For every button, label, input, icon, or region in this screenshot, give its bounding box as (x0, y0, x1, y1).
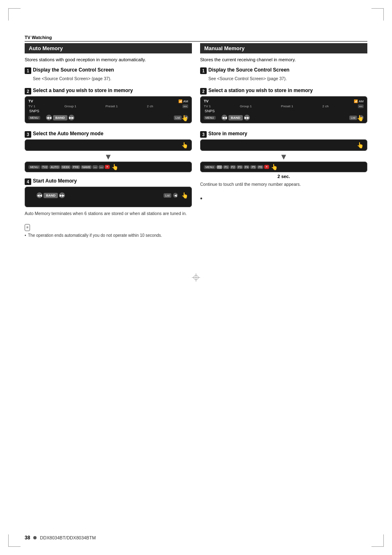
manual-step2: 2 Select a station you wish to store in … (200, 88, 367, 127)
manual-band-btn[interactable]: BAND (228, 115, 243, 120)
auto-step2-device: TV 📶 AM TV 1 Group 1 Preset 1 2 ch ••• S… (25, 96, 192, 123)
touch-hand-icon: 👆 (181, 115, 188, 121)
auto-step3-device-top: 👆 (25, 139, 192, 151)
manual-device-tv-label: TV (204, 99, 209, 103)
page-number: 38 (25, 535, 30, 541)
seek-btn[interactable]: SEEK (61, 165, 71, 169)
note-icon: ≡ (25, 224, 30, 231)
menu-btn-2[interactable]: MENU (28, 165, 40, 169)
manual-prev-btn[interactable]: ◀◀ (221, 115, 227, 120)
auto-step3-title: 3 Select the Auto Memory mode (25, 131, 192, 138)
crop-mark-tr (371, 8, 384, 21)
preset-p3[interactable]: P3 (237, 165, 243, 169)
auto-step1-title: 1 Display the Source Control Screen (25, 67, 192, 74)
arrow-down-1: ▼ (25, 153, 192, 161)
device-snps: SNPS (29, 109, 188, 113)
crop-mark-br (371, 534, 384, 547)
header-title: TV Watching (25, 35, 52, 40)
preset-p1[interactable]: P1 (223, 165, 229, 169)
auto-step3-hand2: 👆 (111, 164, 118, 170)
manual-touch-hand-icon: 👆 (357, 115, 364, 121)
step4-hand: 👆 (181, 192, 188, 199)
manual-menu-button[interactable]: MENU (204, 116, 216, 120)
preset-p6[interactable]: P6 (257, 165, 263, 169)
manual-step1-sub: See <Source Control Screen> (page 37). (208, 76, 367, 82)
next-btn[interactable]: ▶▶ (69, 115, 74, 120)
manual-step3-device-top: 👆 (200, 139, 367, 151)
auto-step4-device: ◀◀ BAND ▶▶ List ◀ 👆 (25, 187, 192, 207)
auto-memory-column: Auto Memory Stores stations with good re… (25, 43, 192, 522)
dash1-btn[interactable]: — (92, 165, 98, 169)
manual-step3-hand2: 👆 (271, 164, 278, 170)
auto-step4-title: 4 Start Auto Memory (25, 178, 192, 185)
device-icons: 📶 AM (178, 99, 188, 103)
manual-step3-device-bottom: MENU P2 P1 P2 P3 P4 P5 P6 ✕ 👆 (200, 162, 367, 172)
arrow-down-2: ▼ (200, 153, 367, 161)
manual-step2-device: TV 📶 AM TV 1 Group 1 Preset 1 2 ch ••• S… (200, 96, 367, 123)
note-bullet: The operation ends automatically if you … (28, 233, 192, 238)
auto-step1: 1 Display the Source Control Screen See … (25, 67, 192, 83)
footer-model: DDX8034BT/DDX8034BTM (40, 535, 96, 540)
preset-p5[interactable]: P5 (250, 165, 256, 169)
device-info-row: TV 1 Group 1 Preset 1 2 ch ••• (28, 104, 188, 108)
manual-step1-num: 1 (200, 67, 207, 74)
crop-mark-bl (8, 534, 21, 547)
device-tv-label: TV (28, 99, 33, 103)
pre-btn[interactable]: PRE (71, 165, 80, 169)
manual-step3-num: 3 (200, 131, 207, 138)
page-header: TV Watching (25, 35, 367, 42)
step4-next-btn[interactable]: ▶▶ (59, 192, 65, 198)
note-box: ≡ The operation ends automatically if yo… (25, 224, 192, 239)
manual-step3-title: 3 Store in memory (200, 131, 367, 138)
step4-back-btn[interactable]: ◀ (173, 193, 178, 198)
menu-button[interactable]: MENU (28, 116, 40, 120)
auto-step1-num: 1 (25, 67, 31, 74)
auto-step3-num: 3 (25, 131, 31, 138)
continue-text: Continue to touch until the memory numbe… (200, 181, 367, 187)
manual-next-btn[interactable]: ▶▶ (244, 115, 250, 120)
manual-step1: 1 Display the Source Control Screen See … (200, 67, 367, 83)
manual-step2-title: 2 Select a station you wish to store in … (200, 88, 367, 95)
auto-step4: 4 Start Auto Memory ◀◀ BAND ▶▶ List ◀ 👆 … (25, 178, 192, 217)
auto-step2: 2 Select a band you wish to store in mem… (25, 88, 192, 127)
page-footer: 38 DDX8034BT/DDX8034BTM (25, 535, 367, 541)
auto-btn[interactable]: AUTO (49, 165, 60, 169)
step4-band-btn[interactable]: BAND (44, 193, 58, 198)
auto-step1-sub: See <Source Control Screen> (page 37). (33, 76, 192, 82)
tv2-btn[interactable]: TV2 (41, 165, 49, 169)
dash2-btn[interactable]: — (99, 165, 104, 169)
auto-step3-device-bottom: MENU TV2 AUTO SEEK PRE NAME — — ✕ 👆 (25, 162, 192, 172)
manual-step3-hand1: 👆 (357, 142, 364, 148)
close-btn[interactable]: ✕ (105, 165, 110, 169)
manual-step1-title: 1 Display the Source Control Screen (200, 67, 367, 74)
auto-step3: 3 Select the Auto Memory mode 👆 ▼ MENU T… (25, 131, 192, 174)
manual-memory-desc: Stores the current receiving channel in … (200, 57, 367, 63)
manual-device-icons: 📶 AM (354, 99, 364, 103)
step4-list-btn[interactable]: List (164, 193, 171, 198)
crop-mark-tl (8, 8, 21, 21)
prev-btn[interactable]: ◀◀ (46, 115, 52, 120)
band-btn[interactable]: BAND (53, 115, 67, 120)
manual-step2-num: 2 (200, 88, 207, 95)
manual-close-btn[interactable]: ✕ (264, 165, 269, 169)
manual-memory-header: Manual Memory (200, 43, 367, 53)
manual-menu-btn-2[interactable]: MENU (204, 165, 216, 169)
manual-memory-column: Manual Memory Stores the current receivi… (200, 43, 367, 522)
preset-p2[interactable]: P2 (230, 165, 236, 169)
auto-step2-title: 2 Select a band you wish to store in mem… (25, 88, 192, 95)
manual-bullet-point: • (200, 195, 367, 202)
auto-step3-hand: 👆 (181, 142, 188, 148)
name-btn[interactable]: NAME (81, 165, 92, 169)
auto-step2-num: 2 (25, 88, 31, 95)
step4-prev-btn[interactable]: ◀◀ (37, 192, 42, 198)
two-sec-label: 2 sec. (200, 174, 367, 179)
list-btn[interactable]: List (174, 116, 182, 120)
device-controls: MENU ◀◀ BAND ▶▶ List ◀ (28, 115, 188, 120)
auto-step4-controls: ◀◀ BAND ▶▶ List ◀ 👆 (28, 192, 188, 199)
preset-tv2[interactable]: P2 (217, 165, 223, 169)
auto-memory-desc: Stores stations with good reception in m… (25, 57, 192, 63)
footer-circle (33, 536, 37, 539)
manual-device-info-row: TV 1 Group 1 Preset 1 2 ch ••• (204, 104, 364, 108)
manual-list-btn[interactable]: List (349, 116, 357, 120)
preset-p4[interactable]: P4 (244, 165, 250, 169)
